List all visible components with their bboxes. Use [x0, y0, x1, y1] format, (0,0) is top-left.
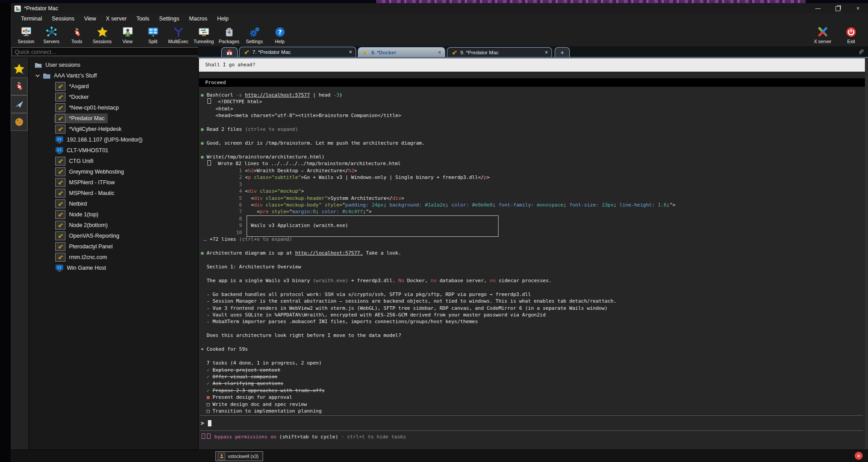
tree-item-label: *Docker	[69, 94, 89, 100]
session-tree: User sessionsAAA Vantz's Stuff*Asgard*Do…	[28, 58, 198, 450]
tab-7-predator-mac[interactable]: 7. *Predator Mac×	[239, 47, 356, 57]
toolbar-label: View	[122, 39, 133, 44]
terminal-line: 7 <pre style="margin:0; color: #c4c4ff;"…	[201, 208, 864, 215]
quick-connect-input[interactable]	[12, 47, 200, 56]
tools-panel-tab[interactable]	[11, 77, 28, 95]
toolbar-label: Packages	[219, 39, 239, 44]
toolbar-multiexec-button[interactable]: MultiExec	[166, 24, 191, 46]
notification-close-button[interactable]: ×	[855, 452, 863, 460]
tab-close-icon[interactable]: ×	[434, 49, 441, 56]
terminal-line: <head><meta charset="utf-8"><title>Brain…	[201, 112, 864, 119]
key-icon	[55, 253, 65, 262]
tree-item-mspnerd-itflow[interactable]: MSPNerd - ITFlow	[29, 177, 198, 188]
tab-9-predator-mac[interactable]: 9. *Predator Mac×	[447, 47, 552, 57]
toolbar-split-button[interactable]: Split	[140, 24, 166, 46]
tab-close-icon[interactable]: ×	[345, 49, 352, 55]
terminal-line: ● Read 2 files (ctrl+o to expand)	[201, 126, 864, 133]
menu-sessions[interactable]: Sessions	[47, 16, 79, 22]
toolbar-tools-button[interactable]: Tools	[64, 24, 89, 46]
terminal-scrollbar[interactable]	[865, 58, 868, 450]
toolbar-servers-button[interactable]: Servers	[39, 24, 64, 46]
sessions-panel-tab[interactable]	[11, 61, 28, 77]
tree-item-label: 192.168.1.107 ([UPS-Monitor])	[67, 137, 142, 143]
key-icon	[55, 189, 65, 198]
tree-item-predator-mac[interactable]: *Predator Mac	[29, 113, 198, 124]
terminal-area[interactable]: Shall I go ahead? Proceed ● Bash(curl -s…	[198, 58, 868, 450]
text-cursor	[208, 420, 211, 426]
toolbar-settings-button[interactable]: Settings	[242, 24, 267, 46]
toolbar-help-button[interactable]: ?Help	[267, 24, 292, 46]
help-icon: ?	[274, 24, 286, 38]
tree-item-vigilcyber-helpdesk[interactable]: *VigilCyber-Helpdesk	[29, 124, 198, 134]
tree-item-mspnerd-mautic[interactable]: MSPNerd - Mautic	[29, 188, 198, 199]
tree-item-pterodactyl-panel[interactable]: Pterodactyl Panel	[29, 241, 198, 252]
tree-item-label: Pterodactyl Panel	[69, 243, 113, 250]
toolbar-label: X server	[814, 39, 831, 44]
toolbar-tunneling-button[interactable]: Tunneling	[191, 24, 216, 46]
tree-item-192-168-1-107-ups-monitor[interactable]: 192.168.1.107 ([UPS-Monitor])	[29, 134, 198, 145]
tree-item-clt-vmhost01[interactable]: CLT-VMHOST01	[29, 145, 198, 156]
tree-item-node-1-top[interactable]: Node 1(top)	[29, 209, 198, 220]
ascii-diagram-box	[247, 215, 499, 237]
tree-item-label: *Predator Mac	[69, 115, 105, 122]
tree-item-openvas-reporting[interactable]: OpenVAS-Reporting	[29, 231, 198, 241]
menu-terminal[interactable]: Terminal	[16, 16, 47, 22]
menu-settings[interactable]: Settings	[154, 16, 184, 22]
menu-tools[interactable]: Tools	[131, 16, 154, 22]
remote-monitoring-panel-tab[interactable]	[11, 113, 28, 131]
mobaxterm-screen: *Predator Mac — × TerminalSessionsViewX …	[0, 0, 868, 462]
close-button[interactable]: ×	[848, 3, 868, 14]
maximize-button[interactable]	[828, 3, 848, 14]
tab-8-docker[interactable]: 8. *Docker×	[358, 47, 445, 57]
new-tab-button[interactable]: +	[555, 47, 570, 57]
house-icon	[226, 49, 233, 56]
prompt-divider-bottom	[200, 430, 863, 431]
toolbar-left-group: SessionServersToolsSessionsViewSplitMult…	[13, 24, 292, 46]
tree-item-docker[interactable]: *Docker	[29, 92, 198, 102]
terminal-line: 7 tasks (4 done, 1 in progress, 2 open)	[201, 360, 864, 366]
toolbar-packages-button[interactable]: Packages	[216, 24, 242, 46]
permissions-hint: bypass permissions on (shift+tab to cycl…	[201, 434, 406, 441]
terminal-line	[201, 284, 864, 291]
tree-item-greyming-webhosting[interactable]: Greyming Webhosting	[29, 166, 198, 177]
user-session-button[interactable]: vstockwell (x3)	[215, 451, 263, 461]
tree-item-aaa-vantz-s-stuff[interactable]: AAA Vantz's Stuff	[29, 70, 198, 81]
toolbar-sessions-button[interactable]: Sessions	[89, 24, 115, 46]
tab-label: 9. *Predator Mac	[460, 50, 499, 55]
terminal-line: □ Write design doc and spec review	[201, 401, 864, 408]
terminal-line: ∗ Cooked for 59s	[201, 346, 864, 353]
attachment-icon[interactable]	[858, 49, 864, 57]
chevron-down-icon[interactable]	[35, 74, 40, 77]
usersessions-icon	[34, 62, 42, 69]
tree-item-rmm-t2cnc-com[interactable]: rmm.t2cnc.com	[29, 252, 198, 263]
prompt-line[interactable]: >	[201, 417, 211, 429]
menu-x-server[interactable]: X server	[101, 16, 132, 22]
proceed-option[interactable]: Proceed	[199, 78, 868, 87]
sessions-sidebar: User sessionsAAA Vantz's Stuff*Asgard*Do…	[11, 58, 198, 450]
tree-item-user-sessions[interactable]: User sessions	[29, 60, 198, 70]
tab-close-icon[interactable]: ×	[541, 49, 548, 56]
macros-panel-tab[interactable]	[11, 95, 28, 113]
tree-item-asgard[interactable]: *Asgard	[29, 81, 198, 92]
tree-item-netbird[interactable]: Netbird	[29, 199, 198, 209]
toolbar-x-server-button[interactable]: X server	[808, 24, 837, 46]
terminal-line: ● Good, screen dir is /tmp/brainstorm. L…	[201, 140, 864, 146]
toolbar-view-button[interactable]: View	[115, 24, 140, 46]
toolbar-exit-button[interactable]: Exit	[837, 24, 865, 46]
status-bar: vstockwell (x3) ×	[11, 450, 868, 462]
menu-help[interactable]: Help	[212, 16, 234, 22]
tree-item-new-cp01-heistacp[interactable]: *New-cp01-heistacp	[29, 102, 198, 113]
menu-macros[interactable]: Macros	[184, 16, 212, 22]
tree-item-win-game-host[interactable]: Win Game Host	[29, 263, 198, 273]
tree-item-node-2-bottom[interactable]: Node 2(bottom)	[29, 220, 198, 231]
home-tab[interactable]	[221, 47, 238, 57]
tree-item-ctg-unifi[interactable]: CTG Unifi	[29, 156, 198, 166]
toolbar-session-button[interactable]: Session	[13, 24, 39, 46]
minimize-button[interactable]: —	[808, 3, 828, 14]
multiexec-icon	[173, 24, 184, 38]
quick-connect-row	[11, 46, 198, 58]
key-icon	[55, 199, 65, 208]
menu-view[interactable]: View	[79, 16, 101, 22]
toolbar-label: Servers	[43, 39, 59, 44]
key-icon	[55, 93, 65, 101]
